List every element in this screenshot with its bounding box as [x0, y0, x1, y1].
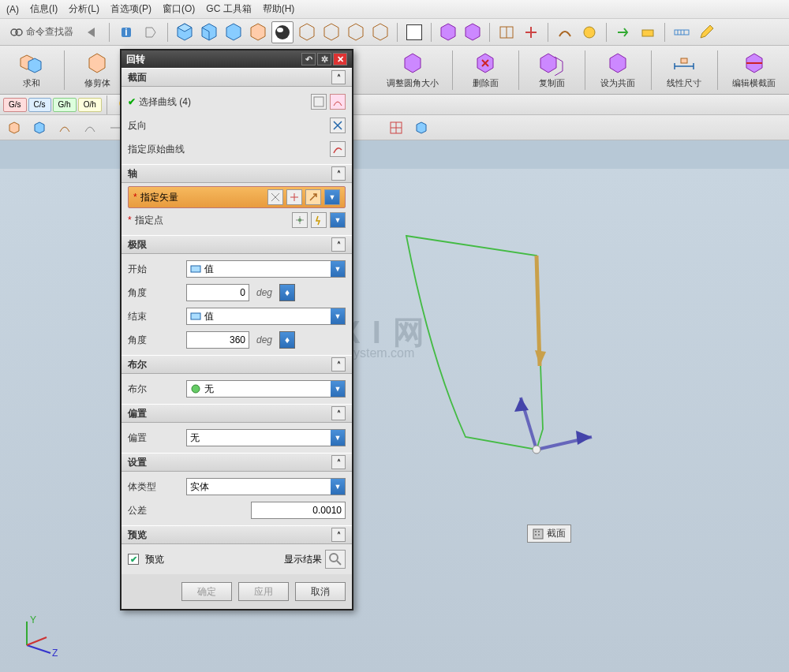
section-header-section[interactable]: 截面 ˄ [122, 68, 352, 87]
collapse-icon[interactable]: ˄ [331, 528, 346, 542]
ribbon-coplanar[interactable]: 设为共面 [592, 47, 645, 93]
tool-button[interactable] [520, 21, 542, 43]
section-header-offset[interactable]: 偏置 ˄ [122, 404, 352, 423]
collapse-icon[interactable]: ˄ [331, 357, 346, 371]
tool-button[interactable] [578, 21, 600, 43]
tool-button[interactable] [612, 21, 634, 43]
tool-button[interactable] [410, 117, 432, 139]
dialog-titlebar[interactable]: 回转 ↶ ✲ ✕ [122, 50, 352, 68]
boolean-combo[interactable]: 无 ▼ [186, 380, 346, 398]
tab-chip[interactable]: G/h [53, 98, 77, 112]
spinner[interactable]: ♦ [279, 331, 295, 349]
apply-button[interactable]: 应用 [238, 582, 289, 601]
vector-dropdown[interactable]: ▼ [324, 189, 340, 205]
cube-button[interactable] [174, 21, 196, 43]
tab-chip[interactable]: O/h [78, 98, 102, 112]
cube-icon [199, 22, 219, 43]
ribbon-trim[interactable]: 修剪体 [71, 47, 124, 93]
start-combo[interactable]: 值 ▼ [186, 260, 346, 278]
show-result-button[interactable] [325, 550, 346, 569]
point-btn[interactable] [292, 212, 308, 228]
info-button[interactable]: i [115, 21, 137, 43]
menu-item[interactable]: 分析(L) [69, 2, 99, 16]
tool-button[interactable] [637, 21, 659, 43]
menu-item[interactable]: (A) [6, 4, 19, 15]
body-type-combo[interactable]: 实体 ▼ [186, 478, 346, 495]
collapse-icon[interactable]: ˄ [331, 237, 346, 252]
reset-button[interactable]: ✲ [317, 53, 331, 65]
section-header-limits[interactable]: 极限 ˄ [122, 235, 352, 254]
menu-item[interactable]: 信息(I) [30, 2, 58, 16]
vector-btn[interactable] [305, 189, 321, 205]
menu-item[interactable]: 窗口(O) [163, 2, 195, 16]
cube-button[interactable] [437, 21, 459, 43]
angle1-input[interactable]: 0 [186, 284, 249, 301]
tool-button[interactable] [140, 21, 162, 43]
tool-button[interactable] [81, 21, 103, 43]
cube-button[interactable] [247, 21, 269, 43]
tool-button[interactable] [79, 117, 101, 139]
vector-btn[interactable] [286, 189, 302, 205]
cube-icon [174, 22, 195, 43]
ribbon-edit-section[interactable]: 编辑横截面 [724, 47, 784, 93]
end-combo[interactable]: 值 ▼ [186, 308, 346, 325]
cube-button[interactable] [462, 21, 484, 43]
ribbon-delete-face[interactable]: 删除面 [459, 47, 512, 93]
cube-button[interactable] [320, 21, 342, 43]
cube-button[interactable] [369, 21, 391, 43]
section-header-preview[interactable]: 预览 ˄ [122, 525, 352, 544]
section-header-axis[interactable]: 轴 ˄ [122, 164, 352, 183]
menu-item[interactable]: 首选项(P) [110, 2, 151, 16]
ribbon-linear-dim[interactable]: 线性尺寸 [658, 47, 711, 93]
close-button[interactable]: ✕ [333, 53, 347, 65]
section-header-boolean[interactable]: 布尔 ˄ [122, 355, 352, 374]
spinner[interactable]: ♦ [279, 284, 295, 301]
cancel-button[interactable]: 取消 [295, 582, 346, 601]
menu-item[interactable]: GC 工具箱 [206, 2, 251, 16]
tab-chip[interactable]: C/s [28, 98, 51, 112]
cube-button[interactable] [222, 21, 245, 43]
collapse-icon[interactable]: ˄ [331, 406, 346, 420]
color-swatch[interactable] [403, 21, 425, 43]
point-btn[interactable] [311, 212, 327, 228]
svg-rect-14 [681, 58, 687, 63]
vector-btn[interactable] [267, 189, 283, 205]
angle2-input[interactable]: 360 [186, 331, 249, 349]
tool-button[interactable] [28, 117, 50, 139]
collapse-icon[interactable]: ˄ [331, 455, 346, 469]
separator [452, 50, 453, 90]
viewport[interactable]: X I 网 system.com 截面 Y Z [0, 169, 789, 672]
ribbon-sum[interactable]: 求和 [5, 47, 58, 93]
tool-button[interactable] [671, 21, 693, 43]
tool-button[interactable] [495, 21, 518, 43]
tool-button[interactable] [554, 21, 576, 43]
sketch-button[interactable] [311, 94, 327, 110]
curve-button[interactable] [330, 94, 346, 110]
preview-checkbox[interactable]: ✔ [128, 554, 139, 565]
tool-button[interactable] [695, 21, 717, 43]
cube-button[interactable] [198, 21, 220, 43]
undo-button[interactable]: ↶ [301, 53, 316, 65]
point-dropdown[interactable]: ▼ [330, 212, 346, 228]
specify-vector-row[interactable]: * 指定矢量 ▼ [128, 186, 346, 208]
cube-button[interactable] [296, 21, 318, 43]
collapse-icon[interactable]: ˄ [331, 166, 346, 181]
collapse-icon[interactable]: ˄ [331, 70, 346, 84]
canvas-label[interactable]: 截面 [527, 525, 571, 543]
tolerance-input[interactable]: 0.0010 [251, 502, 346, 519]
section-header-settings[interactable]: 设置 ˄ [122, 453, 352, 472]
tool-button[interactable] [54, 117, 76, 139]
ribbon-copy-face[interactable]: 复制面 [525, 47, 578, 93]
tool-button[interactable] [3, 117, 25, 139]
orig-curve-button[interactable] [330, 141, 346, 157]
command-finder[interactable]: 命令查找器 [5, 21, 79, 43]
cube-button[interactable] [345, 21, 367, 43]
tab-chip[interactable]: G/s [3, 98, 27, 112]
reverse-button[interactable] [330, 118, 346, 133]
tool-button[interactable] [385, 117, 407, 139]
cube-button[interactable] [271, 21, 294, 43]
ribbon-resize-fillet[interactable]: 调整圆角大小 [380, 47, 446, 93]
offset-combo[interactable]: 无 ▼ [186, 429, 346, 446]
menu-item[interactable]: 帮助(H) [263, 2, 295, 16]
ok-button[interactable]: 确定 [181, 582, 232, 601]
